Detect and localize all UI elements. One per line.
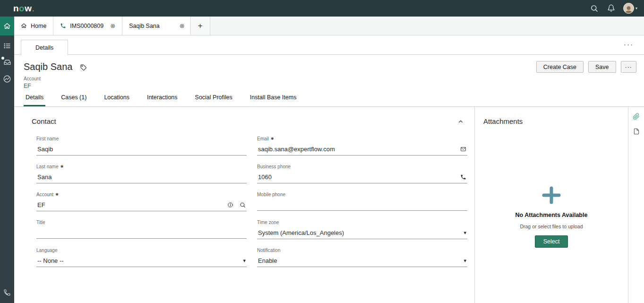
required-marker: ✱: [271, 137, 274, 141]
more-actions-button[interactable]: ···: [621, 61, 637, 73]
last-name-input[interactable]: Sana: [36, 173, 247, 183]
chevron-down-icon[interactable]: ▾: [464, 258, 466, 264]
field-label: Time zone: [257, 219, 467, 225]
logo-n: n: [13, 3, 19, 14]
record-tabstrip: Details ···: [14, 35, 644, 55]
add-tab-button[interactable]: +: [191, 17, 210, 35]
field-label: Notification: [257, 247, 467, 253]
field-account: Account✱ EF: [36, 191, 247, 211]
tabstrip-more-button[interactable]: ···: [621, 39, 636, 49]
record-tab-details[interactable]: Details: [21, 40, 68, 55]
language-select[interactable]: -- None -- ▾: [36, 257, 247, 267]
time-zone-value: System (America/Los_Angeles): [258, 229, 464, 236]
drag-drop-hint: Drag or select files to upload: [475, 224, 628, 229]
field-label: First name: [36, 136, 247, 141]
account-value: EF: [37, 201, 227, 208]
field-notification: Notification Enable ▾: [257, 247, 467, 267]
logo-w: w: [25, 3, 32, 14]
contact-form-panel: Contact First name Saqib Email✱ saqib.sa…: [14, 107, 475, 303]
close-tab-icon[interactable]: ⊗: [110, 22, 115, 29]
field-label: Language: [36, 247, 247, 253]
user-menu[interactable]: ▾: [623, 3, 637, 14]
now-logo[interactable]: now.: [13, 3, 34, 14]
contact-section-title: Contact: [32, 117, 56, 125]
field-label: Last name✱: [36, 164, 247, 169]
field-first-name: First name Saqib: [36, 136, 247, 156]
chevron-down-icon[interactable]: ▾: [464, 230, 466, 236]
email-value: saqib.sana@expertflow.com: [258, 146, 460, 153]
attachments-panel: Attachments No Attachments Available Dra…: [475, 107, 628, 303]
field-mobile-phone: Mobile phone: [257, 191, 467, 211]
logo-o: o: [19, 3, 25, 14]
language-value: -- None --: [37, 257, 243, 264]
header-actions: ▾: [589, 3, 637, 14]
subtab-social-profiles[interactable]: Social Profiles: [193, 94, 234, 106]
sidebar-item-phone-icon[interactable]: [0, 289, 14, 296]
sidebar-item-home[interactable]: [0, 17, 14, 35]
notification-select[interactable]: Enable ▾: [257, 257, 467, 267]
field-time-zone: Time zone System (America/Los_Angeles) ▾: [257, 219, 467, 239]
sidebar-item-analytics-globe-icon[interactable]: [3, 75, 11, 83]
field-title: Title: [36, 219, 247, 239]
contact-form-grid: First name Saqib Email✱ saqib.sana@exper…: [36, 136, 467, 275]
page-title: Saqib Sana: [24, 61, 72, 72]
plus-icon: [542, 186, 561, 204]
field-label: Title: [36, 219, 247, 225]
document-icon[interactable]: [633, 128, 640, 135]
field-email: Email✱ saqib.sana@expertflow.com: [257, 136, 467, 156]
create-case-button[interactable]: Create Case: [536, 61, 584, 73]
required-marker: ✱: [55, 192, 59, 197]
lookup-search-icon[interactable]: [240, 202, 246, 208]
phone-icon: [60, 23, 66, 29]
workspace-tab-contact[interactable]: Saqib Sana ⊗: [122, 17, 191, 35]
business-phone-input[interactable]: 1060: [257, 173, 467, 183]
workspace-tab-interaction[interactable]: IMS0000809 ⊗: [53, 17, 122, 35]
subtab-install-base-items[interactable]: Install Base Items: [248, 94, 299, 106]
email-icon[interactable]: [460, 146, 466, 152]
notification-value: Enable: [258, 257, 464, 264]
time-zone-select[interactable]: System (America/Los_Angeles) ▾: [257, 229, 467, 239]
chevron-down-icon: ▾: [635, 6, 637, 10]
field-last-name: Last name✱ Sana: [36, 164, 247, 183]
field-label: Mobile phone: [257, 191, 467, 197]
field-language: Language -- None -- ▾: [36, 247, 247, 267]
subtab-details[interactable]: Details: [24, 94, 45, 106]
account-link[interactable]: EF: [24, 83, 636, 89]
collapse-section-icon[interactable]: [457, 118, 464, 125]
sidebar-icons: [0, 42, 14, 83]
workspace-tab-home[interactable]: Home: [14, 17, 53, 35]
required-marker: ✱: [60, 164, 64, 169]
search-icon[interactable]: [589, 3, 599, 13]
home-icon: [21, 23, 27, 29]
workspace-tab-bar: Home IMS0000809 ⊗ Saqib Sana ⊗ +: [14, 17, 644, 35]
close-tab-icon[interactable]: ⊗: [180, 22, 185, 29]
left-sidebar: [0, 17, 14, 303]
title-input[interactable]: [36, 229, 247, 239]
account-label: Account: [24, 76, 636, 81]
sidebar-item-list-icon[interactable]: [3, 42, 11, 50]
subtab-cases[interactable]: Cases (1): [59, 94, 88, 106]
notifications-bell-icon[interactable]: [606, 3, 616, 13]
chevron-down-icon[interactable]: ▾: [243, 258, 246, 264]
tag-icon[interactable]: [80, 63, 87, 70]
record-header: Saqib Sana Create Case Save ··· Account …: [14, 55, 644, 89]
record-actions: Create Case Save ···: [536, 61, 636, 73]
subtab-locations[interactable]: Locations: [102, 94, 131, 106]
select-files-button[interactable]: Select: [535, 235, 568, 248]
field-label: Business phone: [257, 164, 467, 169]
field-business-phone: Business phone 1060: [257, 164, 467, 183]
business-phone-value: 1060: [258, 173, 460, 181]
logo-dot: .: [33, 6, 34, 13]
mobile-phone-input[interactable]: [257, 201, 467, 211]
avatar: [623, 3, 634, 14]
workspace-tab-label: Home: [31, 23, 46, 29]
phone-icon[interactable]: [460, 174, 466, 180]
save-button[interactable]: Save: [588, 61, 616, 73]
info-icon[interactable]: [227, 202, 233, 208]
first-name-input[interactable]: Saqib: [36, 146, 247, 156]
email-input[interactable]: saqib.sana@expertflow.com: [257, 146, 467, 156]
attachments-paperclip-icon[interactable]: [633, 113, 640, 120]
account-input[interactable]: EF: [36, 201, 247, 211]
sidebar-item-inbox-icon[interactable]: [3, 58, 11, 66]
subtab-interactions[interactable]: Interactions: [145, 94, 180, 106]
